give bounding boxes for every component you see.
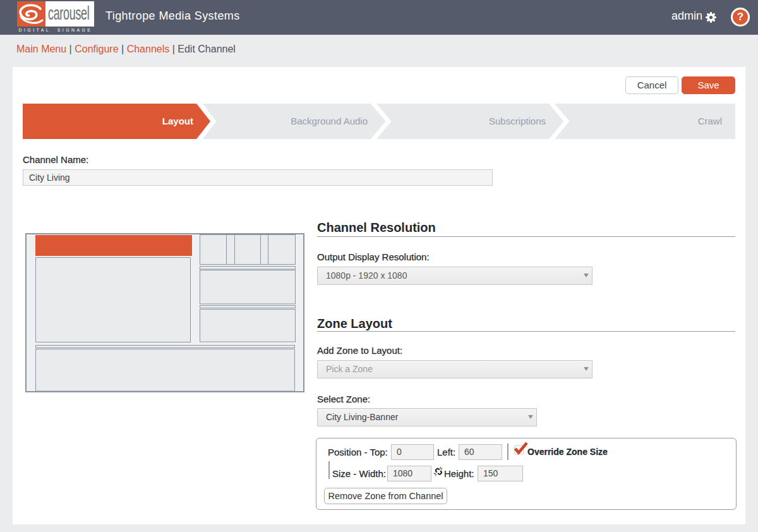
svg-text:Background Audio: Background Audio	[291, 116, 368, 126]
svg-text:Layout: Layout	[162, 116, 193, 126]
svg-text:Crawl: Crawl	[698, 116, 722, 126]
svg-text:Subscriptions: Subscriptions	[489, 116, 546, 126]
